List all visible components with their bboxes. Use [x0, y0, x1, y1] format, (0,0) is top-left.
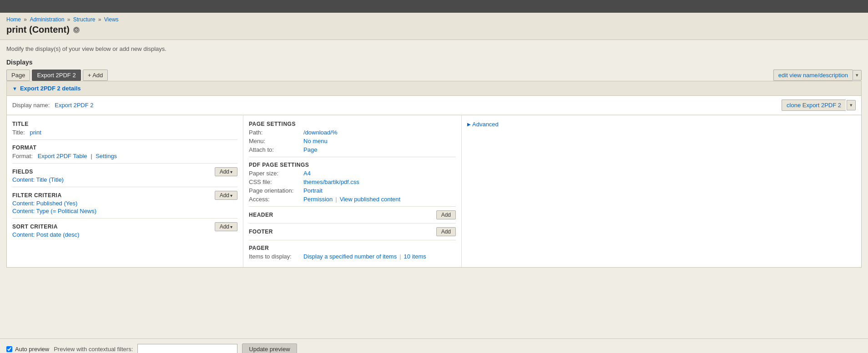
breadcrumb-home[interactable]: Home [6, 16, 21, 23]
advanced-arrow-icon: ▶ [467, 122, 471, 127]
menu-label: Menu: [249, 138, 303, 144]
display-name-label: Display name: [12, 102, 50, 109]
details-header: ▼ Export 2PDF 2 details [7, 81, 861, 96]
sort-section-heading: SORT CRITERIA [12, 224, 58, 230]
middle-col: PAGE SETTINGS Path: /download/% Menu: No… [243, 115, 462, 267]
fields-section-row: FIELDS Add ▾ [12, 167, 237, 176]
path-value[interactable]: /download/% [303, 129, 337, 136]
page-title: print (Content) [6, 25, 70, 35]
orientation-label: Page orientation: [249, 187, 303, 194]
pager-value1[interactable]: Display a specified number of items [303, 253, 397, 260]
sort-add-arrow: ▾ [230, 224, 232, 229]
access-value1[interactable]: Permission [303, 196, 333, 203]
menu-value[interactable]: No menu [303, 138, 328, 144]
filter-item-1-link[interactable]: Content: Type (= Political News) [12, 208, 96, 214]
path-label: Path: [249, 129, 303, 136]
footer-section-row: FOOTER Add [249, 227, 456, 236]
css-value[interactable]: themes/bartik/pdf.css [303, 179, 359, 185]
format-section-heading: FORMAT [12, 144, 237, 151]
title-section-heading: TITLE [12, 121, 237, 127]
header-section-row: HEADER Add [249, 210, 456, 219]
pager-value2[interactable]: 10 items [404, 253, 426, 260]
displays-tabs-left: Page Export 2PDF 2 + Add [6, 70, 108, 81]
sort-item-link[interactable]: Content: Post date (desc) [12, 231, 79, 238]
clone-btn-wrapper: clone Export 2PDF 2 ▾ [782, 99, 856, 111]
sort-section-row: SORT CRITERIA Add ▾ [12, 222, 237, 231]
auto-preview-check: Auto preview [6, 346, 49, 353]
filter-item-1: Content: Type (= Political News) [12, 208, 237, 214]
bottom-bar-row1: Auto preview Preview with contextual fil… [6, 343, 862, 353]
tab-page[interactable]: Page [6, 70, 30, 81]
sort-add-btn[interactable]: Add ▾ [215, 222, 237, 231]
filter-item-0: Content: Published (Yes) [12, 200, 237, 207]
format-value[interactable]: Export 2PDF Table [38, 153, 87, 159]
contextual-filters-input[interactable] [137, 344, 237, 353]
menu-row: Menu: No menu [249, 138, 456, 144]
footer-section-heading: FOOTER [249, 229, 273, 235]
update-preview-btn[interactable]: Update preview [242, 343, 297, 353]
attach-value[interactable]: Page [303, 146, 317, 153]
auto-preview-checkbox[interactable] [6, 346, 12, 352]
footer-add-btn[interactable]: Add [436, 227, 456, 236]
fields-item-link[interactable]: Content: Title (Title) [12, 176, 64, 183]
collapse-arrow-icon[interactable]: ▼ [12, 86, 17, 91]
paper-label: Paper size: [249, 170, 303, 177]
header-add-btn[interactable]: Add [436, 210, 456, 219]
edit-view-name-dropdown[interactable]: ▾ [853, 70, 862, 80]
filter-add-arrow: ▾ [230, 193, 232, 198]
page-title-container: print (Content) ⚙ [6, 25, 862, 35]
access-value2[interactable]: View published content [340, 196, 400, 203]
access-label: Access: [249, 196, 303, 203]
title-value[interactable]: print [30, 129, 41, 136]
pdf-settings-heading: PDF PAGE SETTINGS [249, 162, 456, 168]
orientation-value[interactable]: Portrait [303, 187, 323, 194]
css-label: CSS file: [249, 179, 303, 185]
add-display-btn[interactable]: + Add [83, 70, 108, 81]
breadcrumb-views[interactable]: Views [104, 16, 119, 23]
clone-btn[interactable]: clone Export 2PDF 2 [782, 99, 846, 111]
access-row: Access: Permission | View published cont… [249, 196, 456, 203]
header-section-heading: HEADER [249, 212, 273, 218]
page-settings-heading: PAGE SETTINGS [249, 121, 456, 127]
filter-add-btn[interactable]: Add ▾ [215, 191, 237, 200]
title-field: Title: print [12, 129, 237, 136]
header: Home » Administration » Structure » View… [0, 13, 868, 40]
format-label: Format: [12, 153, 33, 159]
gear-icon[interactable]: ⚙ [73, 27, 80, 33]
clone-btn-dropdown[interactable]: ▾ [847, 100, 856, 110]
auto-preview-label: Auto preview [15, 346, 49, 353]
attach-row: Attach to: Page [249, 146, 456, 153]
right-col: ▶ Advanced [462, 115, 861, 267]
instruction-text: Modify the display(s) of your view below… [6, 45, 862, 52]
filter-item-0-link[interactable]: Content: Published (Yes) [12, 200, 77, 207]
displays-tabs: Page Export 2PDF 2 + Add edit view name/… [6, 70, 862, 81]
fields-section-heading: FIELDS [12, 169, 33, 175]
top-bar [0, 0, 868, 13]
display-name-left: Display name: Export 2PDF 2 [12, 102, 93, 109]
edit-view-name-wrapper: edit view name/description ▾ [773, 70, 862, 81]
breadcrumb-admin[interactable]: Administration [30, 16, 64, 23]
pager-row: Items to display: Display a specified nu… [249, 253, 456, 260]
left-col: TITLE Title: print FORMAT Format: Export… [7, 115, 243, 267]
pager-section-heading: PAGER [249, 245, 456, 251]
fields-add-btn[interactable]: Add ▾ [215, 167, 237, 176]
edit-view-name-btn[interactable]: edit view name/description [773, 70, 853, 81]
details-panel: ▼ Export 2PDF 2 details Display name: Ex… [6, 81, 862, 268]
fields-item: Content: Title (Title) [12, 176, 237, 183]
main-content: Modify the display(s) of your view below… [0, 40, 868, 338]
contextual-filters-label: Preview with contextual filters: [54, 346, 133, 353]
breadcrumb-structure[interactable]: Structure [73, 16, 96, 23]
display-name-row: Display name: Export 2PDF 2 clone Export… [7, 96, 861, 115]
format-field: Format: Export 2PDF Table | Settings [12, 153, 237, 159]
filter-section-heading: FILTER CRITERIA [12, 192, 62, 199]
format-settings[interactable]: Settings [96, 153, 117, 159]
pager-label: Items to display: [249, 253, 303, 260]
advanced-link[interactable]: ▶ Advanced [467, 121, 856, 128]
fields-add-arrow: ▾ [230, 169, 232, 174]
tab-export-2pdf[interactable]: Export 2PDF 2 [32, 70, 81, 81]
display-name-value[interactable]: Export 2PDF 2 [55, 102, 93, 109]
orientation-row: Page orientation: Portrait [249, 187, 456, 194]
paper-value[interactable]: A4 [303, 170, 311, 177]
sort-item: Content: Post date (desc) [12, 231, 237, 238]
title-label: Title: [12, 129, 25, 136]
